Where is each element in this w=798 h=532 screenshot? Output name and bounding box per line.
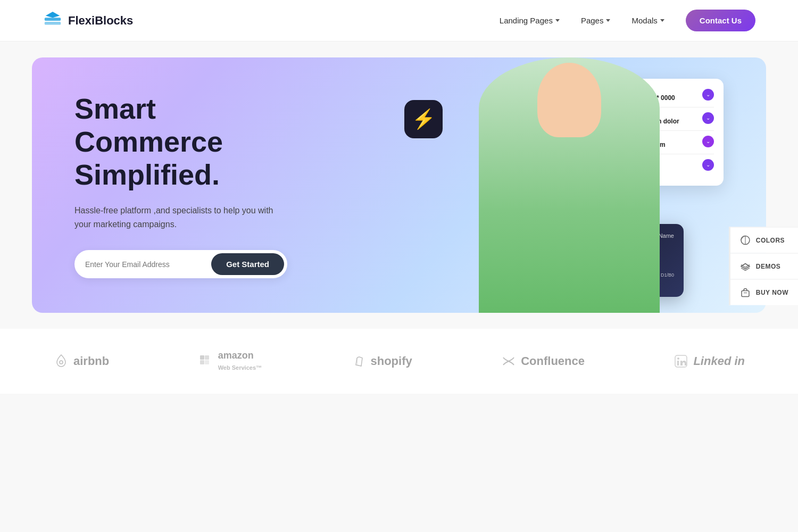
brand-shopify: shopify	[350, 353, 412, 369]
chevron-down-icon	[555, 19, 560, 22]
nav-links: Landing Pages Pages Modals Contact Us	[500, 10, 755, 31]
hero-section: Smart Commerce Simplified. Hassle-free p…	[32, 57, 766, 313]
svg-rect-10	[677, 361, 679, 365]
confluence-label: Confluence	[521, 354, 585, 368]
nav-landing-pages[interactable]: Landing Pages	[500, 16, 560, 25]
hero-title: Smart Commerce Simplified.	[74, 92, 287, 191]
nav-pages[interactable]: Pages	[581, 16, 611, 25]
svg-rect-1	[45, 21, 61, 24]
bag-icon	[740, 287, 751, 298]
svg-point-9	[677, 358, 679, 360]
expand-icon[interactable]: ⌄	[702, 112, 714, 124]
confluence-icon	[501, 353, 517, 369]
contact-button[interactable]: Contact Us	[686, 10, 755, 31]
brand-confluence: Confluence	[501, 353, 585, 369]
hero-subtitle: Hassle-free platform ,and specialists to…	[74, 204, 287, 231]
svg-rect-7	[205, 360, 209, 364]
logo-text: FlexiBlocks	[68, 14, 133, 28]
buy-now-label: BUY NOW	[756, 289, 788, 296]
email-input[interactable]	[85, 260, 211, 269]
layers-icon	[740, 261, 751, 272]
colors-label: COLORS	[756, 237, 785, 244]
logo-icon	[43, 11, 63, 31]
colors-icon	[740, 235, 751, 246]
logo[interactable]: FlexiBlocks	[43, 11, 133, 31]
sidebar-item-colors[interactable]: COLORS	[729, 227, 798, 253]
linkedin-label: Linked in	[693, 354, 745, 368]
brand-airbnb: airbnb	[53, 353, 109, 369]
right-sidebar: COLORS DEMOS BUY NOW	[729, 227, 798, 305]
hero-content: Smart Commerce Simplified. Hassle-free p…	[32, 60, 330, 310]
svg-point-3	[60, 361, 63, 364]
brand-linkedin: Linked in	[673, 353, 745, 369]
chevron-down-icon	[606, 19, 610, 22]
expand-icon[interactable]: ⌄	[702, 89, 714, 101]
chevron-down-icon	[660, 19, 664, 22]
expand-icon[interactable]: ⌄	[702, 159, 714, 171]
svg-rect-6	[200, 360, 204, 364]
shopify-label: shopify	[370, 354, 412, 368]
svg-rect-12	[742, 291, 749, 297]
svg-rect-4	[200, 355, 204, 360]
demos-label: DEMOS	[756, 263, 781, 270]
hero-form: Get Started	[74, 250, 287, 278]
shopify-icon	[350, 353, 366, 369]
amazon-icon	[198, 353, 214, 369]
navbar: FlexiBlocks Landing Pages Pages Modals C…	[0, 0, 798, 41]
nav-modals[interactable]: Modals	[631, 16, 664, 25]
brands-section: airbnb amazonWeb Services™ shopify Confl…	[0, 329, 798, 394]
brand-amazon: amazonWeb Services™	[198, 350, 262, 372]
flash-card: ⚡	[404, 100, 443, 138]
svg-rect-0	[45, 18, 61, 21]
linkedin-icon	[673, 353, 689, 369]
hero-woman-image	[479, 57, 660, 313]
amazon-label: amazonWeb Services™	[218, 350, 262, 372]
expand-icon-active[interactable]: ⌄	[702, 136, 714, 147]
svg-marker-2	[46, 11, 60, 17]
svg-rect-5	[205, 355, 209, 360]
sidebar-item-demos[interactable]: DEMOS	[729, 253, 798, 279]
airbnb-icon	[53, 353, 69, 369]
airbnb-label: airbnb	[73, 354, 109, 368]
sidebar-item-buy-now[interactable]: BUY NOW	[729, 279, 798, 305]
flash-icon: ⚡	[412, 108, 436, 130]
get-started-button[interactable]: Get Started	[211, 253, 284, 275]
